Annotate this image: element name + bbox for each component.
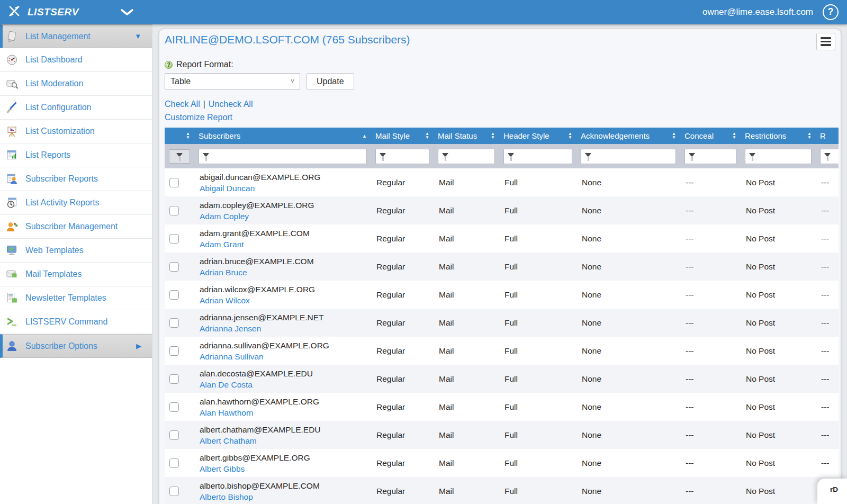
sidebar-item-list-activity-reports[interactable]: List Activity Reports <box>0 191 152 215</box>
subscriber-name-link[interactable]: Alberto Bishop <box>200 491 253 502</box>
subscriber-name-link[interactable]: Albert Gibbs <box>200 463 245 474</box>
sort-asc-icon[interactable]: ▲ <box>362 133 367 139</box>
sort-icon[interactable]: ▲▼ <box>807 132 812 139</box>
subscriber-name-link[interactable]: Albert Chatham <box>200 435 257 446</box>
hamburger-menu-button[interactable] <box>816 33 835 50</box>
subscriber-name-link[interactable]: Adrian Wilcox <box>200 295 250 306</box>
chevron-down-icon[interactable] <box>120 8 134 16</box>
sidebar-item-list-configuration[interactable]: List Configuration <box>0 96 152 120</box>
acknowledgements-cell: None <box>576 224 680 253</box>
column-header-restrictions[interactable]: Restrictions▲▼ <box>741 128 816 144</box>
column-header-acknowledgements[interactable]: Acknowledgements▲▼ <box>576 128 680 144</box>
row-checkbox[interactable] <box>169 178 179 187</box>
subscriber-name-link[interactable]: Adrianna Jensen <box>200 323 261 334</box>
subscriber-name-link[interactable]: Alan Hawthorn <box>200 407 254 418</box>
conceal-cell: --- <box>680 253 741 281</box>
row-checkbox[interactable] <box>169 206 179 215</box>
sidebar-item-listserv-command[interactable]: LISTSERV Command <box>0 310 152 334</box>
help-icon[interactable]: ? <box>823 4 839 20</box>
row-checkbox[interactable] <box>169 374 179 384</box>
row-checkbox[interactable] <box>169 234 179 244</box>
subscriber-cell: alan.decosta@EXAMPLE.EDU Alan De Costa <box>194 365 371 393</box>
subscribers-table: ▲▼ Subscribers▲ Mail Style▲▼ Mail Status… <box>165 128 839 504</box>
subscriber-email: alberto.bishop@EXAMPLE.COM <box>200 480 367 491</box>
update-button[interactable]: Update <box>307 73 354 89</box>
subscriber-name-link[interactable]: Adrianna Sullivan <box>200 351 264 362</box>
subscribers-table-wrap: ▲▼ Subscribers▲ Mail Style▲▼ Mail Status… <box>165 128 839 504</box>
conceal-cell: --- <box>680 224 741 253</box>
row-checkbox[interactable] <box>169 290 179 300</box>
sidebar-item-mail-templates[interactable]: Mail Templates <box>0 263 152 286</box>
column-header-header-style[interactable]: Header Style▲▼ <box>499 128 576 144</box>
table-header-row: ▲▼ Subscribers▲ Mail Style▲▼ Mail Status… <box>165 128 839 144</box>
sort-icon[interactable]: ▲▼ <box>491 132 495 139</box>
mail-style-cell: Regular <box>371 337 434 365</box>
filter-button[interactable] <box>169 149 190 164</box>
sidebar-item-newsletter-templates[interactable]: Newsletter Templates <box>0 286 152 310</box>
row-checkbox[interactable] <box>169 487 179 496</box>
row-checkbox[interactable] <box>169 458 179 468</box>
sidebar-item-subscriber-reports[interactable]: Subscriber Reports <box>0 167 152 191</box>
filter-cell-restrictions <box>741 144 816 168</box>
row-checkbox-cell <box>165 365 194 393</box>
uncheck-all-link[interactable]: Uncheck All <box>209 100 253 109</box>
sort-icon[interactable]: ▲▼ <box>425 132 429 139</box>
subscriber-name-link[interactable]: Adam Grant <box>200 239 244 250</box>
mail-status-cell: Mail <box>434 196 499 224</box>
sort-icon[interactable]: ▲▼ <box>672 132 676 139</box>
table-row: alberto.bishop@EXAMPLE.COM Alberto Bisho… <box>165 477 839 504</box>
row-checkbox[interactable] <box>169 262 179 272</box>
mail-status-cell: Mail <box>434 224 499 253</box>
table-body: abigail.duncan@EXAMPLE.ORG Abigail Dunca… <box>165 168 839 504</box>
subscriber-name-link[interactable]: Abigail Duncan <box>200 183 255 194</box>
row-checkbox[interactable] <box>169 402 179 412</box>
listserv-brand[interactable]: LISTSERV <box>0 4 79 20</box>
filter-cell-renewal <box>816 144 839 168</box>
acknowledgements-cell: None <box>576 393 680 421</box>
report-format-select[interactable]: Table ˅ <box>165 73 300 89</box>
sidebar-item-subscriber-management[interactable]: Subscriber Management <box>0 215 152 239</box>
corner-overlay[interactable]: rD <box>817 479 847 504</box>
subscriber-name-link[interactable]: Adam Copley <box>200 211 249 222</box>
sidebar-item-web-templates[interactable]: Web Templates <box>0 239 152 263</box>
customize-report-link[interactable]: Customize Report <box>165 113 232 122</box>
subscriber-name-link[interactable]: Adrian Bruce <box>200 267 247 278</box>
sidebar-item-label: List Reports <box>25 150 70 160</box>
filter-input-subscribers[interactable] <box>199 149 366 164</box>
sort-icon[interactable]: ▲▼ <box>568 132 572 139</box>
row-checkbox[interactable] <box>169 346 179 356</box>
sidebar-item-subscriber-options[interactable]: Subscriber Options ▶ <box>0 334 152 358</box>
column-header-subscribers[interactable]: Subscribers▲ <box>194 128 371 144</box>
column-header-mail-status[interactable]: Mail Status▲▼ <box>434 128 499 144</box>
hamburger-bar <box>821 37 831 39</box>
column-header-conceal[interactable]: Conceal▲▼ <box>680 128 741 144</box>
sort-icon[interactable]: ▲▼ <box>186 132 190 139</box>
sidebar-item-label: List Activity Reports <box>25 198 100 208</box>
sidebar-item-list-reports[interactable]: List Reports <box>0 143 152 167</box>
sidebar-item-list-moderation[interactable]: List Moderation <box>0 72 152 96</box>
column-header-mail-style[interactable]: Mail Style▲▼ <box>371 128 434 144</box>
chart-sheet-icon <box>5 149 19 162</box>
row-checkbox-cell <box>165 224 194 253</box>
sidebar-item-label: Subscriber Management <box>25 222 118 231</box>
column-header-select[interactable]: ▲▼ <box>165 128 194 144</box>
table-row: adrian.bruce@EXAMPLE.COM Adrian Bruce Re… <box>165 253 839 281</box>
column-header-renewal-truncated[interactable]: R <box>816 128 839 144</box>
sidebar-item-list-management[interactable]: List Management ▼ <box>0 24 152 48</box>
filter-input-acknowledgements[interactable] <box>581 149 675 164</box>
row-checkbox[interactable] <box>169 430 179 440</box>
acknowledgements-cell: None <box>576 477 680 504</box>
sort-icon[interactable]: ▲▼ <box>732 132 736 139</box>
restrictions-cell: No Post <box>741 393 816 421</box>
sidebar-item-list-dashboard[interactable]: List Dashboard <box>0 48 152 72</box>
sidebar-item-list-customization[interactable]: List Customization <box>0 120 152 143</box>
filter-cell-header-style <box>499 144 576 168</box>
subscriber-email: adrianna.jensen@EXAMPLE.NET <box>200 312 367 323</box>
table-row: albert.gibbs@EXAMPLE.ORG Albert Gibbs Re… <box>165 449 839 477</box>
row-checkbox[interactable] <box>169 318 179 328</box>
restrictions-cell: No Post <box>741 449 816 477</box>
topbar-right: owner@lime.ease.lsoft.com ? <box>702 4 847 20</box>
subscriber-name-link[interactable]: Alan De Costa <box>200 379 253 390</box>
check-all-link[interactable]: Check All <box>165 100 200 109</box>
report-format-help-icon[interactable]: ? <box>165 61 173 69</box>
